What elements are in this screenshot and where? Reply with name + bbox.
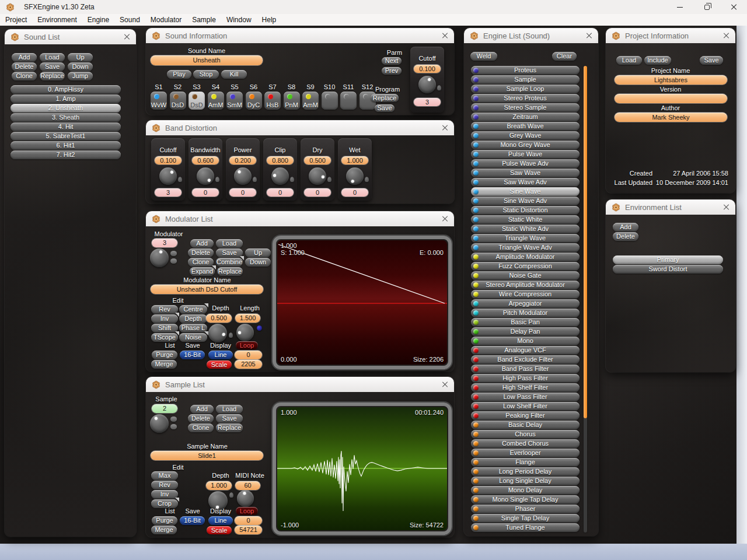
engine-list-item[interactable]: Chorus: [471, 430, 580, 439]
sound-list-action-button[interactable]: Save: [40, 62, 65, 71]
engine-list-item[interactable]: Low Shelf Filter: [471, 402, 580, 411]
knob[interactable]: [197, 167, 214, 185]
knob-step-field[interactable]: 0: [341, 188, 368, 197]
sample-delete-button[interactable]: Delete: [188, 414, 214, 423]
engine-scrollbar[interactable]: [584, 66, 587, 533]
knob-value-field[interactable]: 0.200: [229, 156, 256, 164]
engine-list-item[interactable]: Mono: [471, 337, 580, 345]
nudge-up-button[interactable]: [170, 251, 177, 256]
modulator-up-button[interactable]: Up: [245, 249, 271, 257]
engine-list-item[interactable]: Mono Grey Wave: [471, 141, 580, 149]
purge-button[interactable]: Purge: [152, 516, 177, 525]
modulator-add-button[interactable]: Add: [190, 239, 214, 248]
weld-button[interactable]: Weld: [470, 52, 497, 61]
knob-value-field[interactable]: 0.500: [304, 156, 331, 164]
loop-button[interactable]: Loop: [236, 507, 258, 515]
menu-item[interactable]: Sample: [187, 14, 221, 26]
project-load-button[interactable]: Load: [616, 56, 642, 65]
engine-list-item[interactable]: Breath Wave: [471, 122, 580, 131]
sound-list-item[interactable]: 1. Amp: [11, 94, 121, 103]
modulator-expand-button[interactable]: Expand: [190, 267, 215, 276]
line-button[interactable]: Line: [208, 351, 233, 359]
kill-button[interactable]: Kill: [221, 70, 247, 79]
engine-list-item[interactable]: Wire Compression: [471, 290, 580, 299]
scale-button[interactable]: Scale: [207, 360, 232, 369]
loop-end-field[interactable]: 2205: [235, 360, 262, 369]
panel-titlebar[interactable]: Project Information: [606, 28, 735, 43]
merge-button[interactable]: Merge: [151, 360, 177, 369]
engine-list-item[interactable]: Pulse Wave: [471, 150, 580, 159]
length-value-field[interactable]: 1.500: [235, 314, 260, 323]
sound-list-action-button[interactable]: Up: [68, 53, 93, 62]
modulator-replace-button[interactable]: Replace: [217, 267, 243, 276]
restore-button[interactable]: [693, 0, 720, 14]
stop-button[interactable]: Stop: [193, 70, 219, 79]
engine-list-item[interactable]: Static White: [471, 215, 580, 224]
nudge-up-button[interactable]: [170, 416, 177, 422]
centre-button[interactable]: Centre: [179, 305, 207, 314]
engine-list-item[interactable]: Flange: [471, 458, 580, 467]
sample-load-button[interactable]: Load: [216, 405, 243, 414]
engine-list-item[interactable]: Grey Wave: [471, 131, 580, 140]
knob-step-field[interactable]: 0: [229, 188, 256, 197]
engine-list-item[interactable]: Analogue VCF: [471, 346, 580, 355]
engine-list-item[interactable]: Band Pass Filter: [471, 365, 580, 373]
knob-step-field[interactable]: 0: [304, 188, 331, 197]
loop-start-field[interactable]: 0: [235, 351, 262, 359]
midi-note-knob[interactable]: [237, 490, 254, 507]
sound-list-action-button[interactable]: Clone: [12, 72, 37, 80]
sound-list-action-button[interactable]: Replace: [40, 72, 65, 80]
close-icon[interactable]: [123, 33, 130, 40]
clear-button[interactable]: Clear: [552, 52, 577, 61]
parm-next-button[interactable]: Next: [382, 57, 402, 65]
inv-button[interactable]: Inv: [151, 490, 178, 499]
loop-end-field[interactable]: 54721: [235, 526, 262, 534]
sample-save-button[interactable]: Save: [216, 414, 243, 423]
right-scrollbar[interactable]: [736, 26, 747, 544]
slot-button[interactable]: DyC: [246, 92, 262, 110]
modulator-clone-button[interactable]: Clone: [188, 258, 214, 267]
modulator-name-field[interactable]: Unsheath DsD Cutoff: [151, 285, 263, 294]
sound-list-item[interactable]: 4. Hit: [11, 123, 121, 131]
slot-button[interactable]: DsD: [170, 92, 186, 110]
depth-knob[interactable]: [208, 324, 227, 342]
sample-replace-button[interactable]: Replace: [216, 424, 243, 432]
project-name-field[interactable]: Lightsabres: [615, 75, 727, 85]
sample-clone-button[interactable]: Clone: [188, 424, 214, 432]
parm-prev-button[interactable]: Prev: [382, 67, 402, 75]
sound-list-item[interactable]: 6. Hit1: [11, 141, 121, 150]
menu-item[interactable]: Window: [221, 14, 257, 26]
environment-add-button[interactable]: Add: [613, 223, 638, 232]
engine-list-item[interactable]: Tuned Flange: [471, 523, 580, 532]
knob-step-field[interactable]: 0: [267, 188, 294, 197]
depth-value-field[interactable]: 0.500: [206, 314, 232, 323]
tscope-button[interactable]: TScope: [151, 333, 178, 342]
engine-list-item[interactable]: Saw Wave: [471, 169, 580, 177]
close-icon[interactable]: [441, 381, 448, 388]
max-button[interactable]: Max: [151, 471, 178, 480]
line-button[interactable]: Line: [208, 516, 233, 525]
close-icon[interactable]: [722, 204, 729, 211]
knob[interactable]: [159, 167, 177, 185]
knob-step-field[interactable]: 3: [155, 188, 181, 197]
engine-list-item[interactable]: Low Pass Filter: [471, 393, 580, 401]
midi-note-field[interactable]: 60: [235, 481, 260, 490]
slot-button[interactable]: [322, 92, 338, 110]
param-value-field[interactable]: 0.100: [414, 65, 441, 73]
engine-list-item[interactable]: Amplitude Modulator: [471, 253, 580, 261]
scale-button[interactable]: Scale: [207, 526, 232, 534]
menu-item[interactable]: Sound: [114, 14, 145, 26]
knob[interactable]: [271, 167, 289, 185]
slot-button[interactable]: AmM: [302, 92, 319, 110]
rev-button[interactable]: Rev: [151, 481, 178, 489]
panel-titlebar[interactable]: Engine List (Sound): [464, 28, 598, 43]
panel-titlebar[interactable]: Sound List: [5, 29, 136, 44]
engine-list-item[interactable]: Single Tap Delay: [471, 514, 580, 523]
engine-scrollbar-thumb[interactable]: [584, 66, 587, 418]
program-replace-button[interactable]: Replace: [371, 94, 399, 102]
engine-list-item[interactable]: Proteus: [471, 66, 580, 75]
close-icon[interactable]: [441, 124, 448, 131]
bit16-button[interactable]: 16-Bit: [180, 351, 205, 359]
engine-list-item[interactable]: Sample: [471, 75, 580, 84]
panel-titlebar[interactable]: Band Distortion: [146, 120, 454, 135]
